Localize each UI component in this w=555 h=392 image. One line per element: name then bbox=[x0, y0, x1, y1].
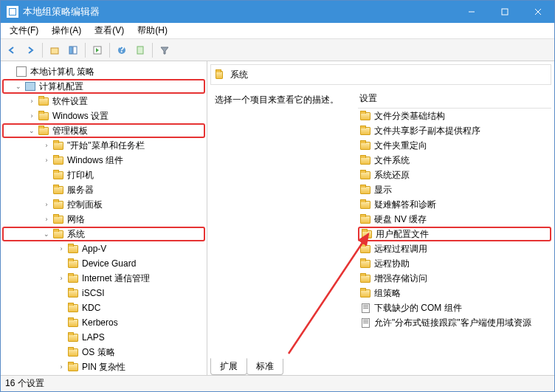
tree-label: 服务器 bbox=[67, 184, 94, 196]
help-button[interactable]: ? bbox=[114, 42, 130, 58]
tree-label: "开始"菜单和任务栏 bbox=[67, 140, 145, 152]
list-item[interactable]: 允许"分布式链接跟踪"客户端使用域资源 bbox=[358, 315, 551, 330]
list-item-label: 下载缺少的 COM 组件 bbox=[374, 302, 462, 314]
folder-icon bbox=[52, 214, 64, 224]
tree-label: Internet 通信管理 bbox=[82, 272, 150, 285]
menu-action[interactable]: 操作(A) bbox=[46, 23, 87, 38]
list-item-label: 远程过程调用 bbox=[374, 243, 427, 255]
tree-label: OS 策略 bbox=[82, 346, 115, 359]
folder-icon bbox=[361, 229, 373, 239]
folder-icon bbox=[359, 288, 371, 298]
tree-root[interactable]: 本地计算机 策略 bbox=[2, 64, 205, 79]
tree-label: LAPS bbox=[82, 332, 105, 343]
menu-help[interactable]: 帮助(H) bbox=[131, 23, 173, 38]
tree-network[interactable]: 网络 bbox=[2, 212, 205, 227]
menu-file[interactable]: 文件(F) bbox=[4, 23, 44, 38]
svg-text:?: ? bbox=[119, 45, 124, 55]
column-header[interactable]: 设置 bbox=[358, 89, 551, 109]
tree-item[interactable]: PIN 复杂性 bbox=[2, 360, 205, 374]
properties-button[interactable] bbox=[132, 42, 148, 58]
up-button[interactable] bbox=[46, 42, 63, 58]
folder-icon bbox=[359, 111, 371, 121]
tab-standard[interactable]: 标准 bbox=[247, 359, 283, 375]
list-item[interactable]: 用户配置文件 bbox=[358, 227, 551, 241]
tree-admin-templates[interactable]: 管理模板 bbox=[2, 123, 205, 138]
tree-label: 计算机配置 bbox=[39, 80, 83, 93]
tree-item[interactable]: Internet 通信管理 bbox=[2, 271, 205, 286]
minimize-button[interactable] bbox=[455, 1, 488, 23]
settings-list[interactable]: 设置 文件分类基础结构文件共享影子副本提供程序文件夹重定向文件系统系统还原显示疑… bbox=[358, 89, 551, 357]
tree-label: 系统 bbox=[67, 228, 85, 241]
list-item[interactable]: 组策略 bbox=[358, 286, 551, 300]
list-item[interactable]: 系统还原 bbox=[358, 168, 551, 182]
folder-icon bbox=[52, 199, 64, 210]
close-button[interactable] bbox=[521, 1, 554, 23]
folder-icon bbox=[67, 332, 79, 343]
status-bar: 16 个设置 bbox=[1, 375, 554, 391]
tree-windows-components[interactable]: Windows 组件 bbox=[2, 153, 205, 168]
tree-item[interactable]: Kerberos bbox=[2, 315, 205, 330]
list-item[interactable]: 远程过程调用 bbox=[358, 241, 551, 256]
list-item-label: 文件共享影子副本提供程序 bbox=[374, 125, 480, 137]
list-item-label: 文件系统 bbox=[374, 154, 410, 167]
folder-icon bbox=[359, 214, 371, 224]
tree-system[interactable]: 系统 bbox=[2, 227, 205, 241]
tree-start-menu[interactable]: "开始"菜单和任务栏 bbox=[2, 138, 205, 153]
tree-pane[interactable]: 本地计算机 策略 计算机配置 软件设置 Windows 设置 管理模板 "开始"… bbox=[1, 61, 207, 375]
svg-rect-1 bbox=[10, 9, 15, 15]
tree-servers[interactable]: 服务器 bbox=[2, 182, 205, 197]
menu-view[interactable]: 查看(V) bbox=[89, 23, 130, 38]
svg-rect-7 bbox=[69, 47, 72, 54]
folder-icon bbox=[359, 155, 371, 165]
toolbar-separator bbox=[152, 43, 153, 58]
folder-icon bbox=[67, 347, 79, 357]
back-button[interactable] bbox=[4, 42, 20, 58]
list-item[interactable]: 文件共享影子副本提供程序 bbox=[358, 123, 551, 138]
forward-button[interactable] bbox=[22, 42, 38, 58]
folder-icon bbox=[52, 140, 64, 151]
list-item[interactable]: 显示 bbox=[358, 182, 551, 197]
menu-bar: 文件(F) 操作(A) 查看(V) 帮助(H) bbox=[1, 23, 554, 39]
tree-control-panel[interactable]: 控制面板 bbox=[2, 197, 205, 212]
tree-item[interactable]: KDC bbox=[2, 300, 205, 315]
folder-icon bbox=[359, 199, 371, 210]
tree-computer-config[interactable]: 计算机配置 bbox=[2, 79, 205, 94]
show-hide-tree-button[interactable] bbox=[65, 42, 81, 58]
folder-icon bbox=[52, 155, 64, 165]
list-item-label: 疑难解答和诊断 bbox=[374, 199, 436, 211]
tree-label: KDC bbox=[82, 303, 100, 313]
list-item[interactable]: 疑难解答和诊断 bbox=[358, 197, 551, 212]
tree-software-settings[interactable]: 软件设置 bbox=[2, 94, 205, 109]
folder-icon bbox=[52, 185, 64, 195]
filter-button[interactable] bbox=[156, 42, 173, 58]
list-item[interactable]: 文件分类基础结构 bbox=[358, 109, 551, 123]
list-item[interactable]: 文件系统 bbox=[358, 153, 551, 168]
folder-icon bbox=[38, 96, 49, 106]
export-button[interactable] bbox=[89, 42, 106, 58]
tree-printers[interactable]: 打印机 bbox=[2, 168, 205, 182]
maximize-button[interactable] bbox=[488, 1, 521, 23]
folder-icon bbox=[359, 244, 371, 254]
toolbar-separator bbox=[42, 43, 43, 58]
computer-icon bbox=[24, 81, 36, 92]
list-item[interactable]: 增强存储访问 bbox=[358, 271, 551, 286]
list-item[interactable]: 硬盘 NV 缓存 bbox=[358, 212, 551, 227]
list-item-label: 文件夹重定向 bbox=[374, 140, 427, 152]
tree-windows-settings[interactable]: Windows 设置 bbox=[2, 109, 205, 123]
folder-icon bbox=[52, 170, 64, 180]
tree-item[interactable]: App-V bbox=[2, 241, 205, 256]
list-item[interactable]: 文件夹重定向 bbox=[358, 138, 551, 153]
folder-icon bbox=[359, 125, 371, 136]
tree-label: 控制面板 bbox=[67, 199, 103, 211]
list-item[interactable]: 下载缺少的 COM 组件 bbox=[358, 300, 551, 315]
list-item-label: 显示 bbox=[374, 184, 392, 196]
tree-item[interactable]: LAPS bbox=[2, 330, 205, 345]
folder-icon bbox=[216, 69, 227, 80]
folder-icon bbox=[359, 273, 371, 283]
svg-rect-12 bbox=[137, 47, 143, 54]
tree-item[interactable]: iSCSI bbox=[2, 286, 205, 300]
tab-extended[interactable]: 扩展 bbox=[210, 358, 247, 375]
tree-item[interactable]: OS 策略 bbox=[2, 345, 205, 360]
list-item[interactable]: 远程协助 bbox=[358, 256, 551, 271]
tree-item[interactable]: Device Guard bbox=[2, 256, 205, 271]
